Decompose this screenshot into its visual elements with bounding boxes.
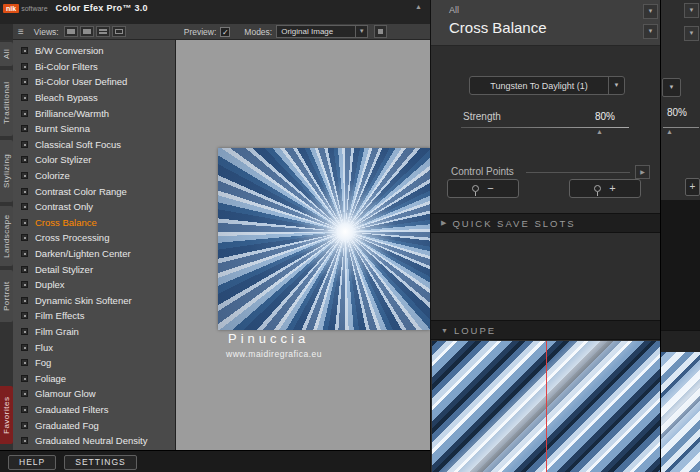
preview-checkbox[interactable]: ✓ (220, 27, 230, 37)
filter-bullet-icon (21, 63, 28, 70)
filter-item[interactable]: Detail Stylizer (13, 261, 175, 277)
preset-dropdown[interactable]: Tungsten To Daylight (1) ▼ (469, 76, 625, 95)
loupe-label: LOUPE (454, 325, 496, 336)
filter-item-selected[interactable]: Cross Balance (13, 215, 175, 231)
filter-item[interactable]: Contrast Only (13, 199, 175, 215)
filter-item[interactable]: Glamour Glow (13, 386, 175, 402)
filter-item[interactable]: Bi-Color User Defined (13, 74, 175, 90)
filter-item[interactable]: Fog (13, 355, 175, 371)
control-points-label: Control Points (451, 166, 514, 177)
chevron-down-icon[interactable]: ▼ (684, 26, 699, 41)
filter-item[interactable]: Colorize (13, 168, 175, 184)
chevron-down-icon: ▼ (608, 77, 624, 94)
filter-bullet-icon (21, 110, 28, 117)
filter-item[interactable]: Color Stylizer (13, 152, 175, 168)
scroll-up-icon[interactable]: ▲ (415, 3, 422, 10)
triangle-down-icon: ▼ (441, 327, 448, 334)
control-point-icon (594, 185, 601, 192)
edge-dark-region (661, 200, 700, 330)
filter-menu-icon[interactable]: ≡ (18, 26, 24, 37)
view-split-vertical-button[interactable] (80, 26, 94, 37)
image-caption-url: www.maidiregrafica.eu (226, 349, 322, 359)
filter-settings-header: All Cross Balance ▼ ▼ (431, 0, 661, 46)
chevron-down-icon[interactable]: ▼ (643, 4, 658, 19)
modes-dropdown[interactable]: Original Image ▼ (276, 25, 368, 38)
control-point-icon (472, 185, 479, 192)
control-points-expand-button[interactable]: ▶ (635, 165, 650, 179)
filter-bullet-icon (21, 359, 28, 366)
edge-slider-thumb: ▲ (666, 128, 673, 135)
view-side-by-side-button[interactable] (112, 26, 126, 37)
preview-image (218, 148, 430, 330)
view-buttons (64, 26, 126, 37)
filter-bullet-icon (21, 172, 28, 179)
filter-bullet-icon (21, 78, 28, 85)
filter-bullet-icon (21, 437, 28, 444)
filter-title: Cross Balance (449, 19, 547, 36)
tab-favorites[interactable]: Favorites (0, 386, 13, 444)
filter-item[interactable]: Bi-Color Filters (13, 59, 175, 75)
nik-logo: nik (3, 4, 19, 13)
filter-item[interactable]: Bleach Bypass (13, 90, 175, 106)
nik-logo-software: software (21, 5, 47, 12)
control-points-divider (526, 172, 630, 173)
filter-category-label: All (449, 5, 459, 15)
filter-item[interactable]: B/W Conversion (13, 43, 175, 59)
tab-all[interactable]: All (0, 42, 13, 66)
filter-item[interactable]: Classical Soft Focus (13, 137, 175, 153)
control-point-minus-button[interactable]: − (447, 179, 519, 198)
strength-value: 80% (595, 111, 615, 122)
help-button[interactable]: HELP (8, 455, 56, 470)
filter-bullet-icon (21, 125, 28, 132)
app-title: Color Efex Pro™ 3.0 (56, 3, 148, 13)
strength-slider-track[interactable] (461, 127, 629, 128)
filter-bullet-icon (21, 422, 28, 429)
footer-bar: HELP SETTINGS (0, 450, 430, 472)
chevron-down-icon[interactable]: ▼ (684, 3, 699, 18)
tab-traditional[interactable]: Traditional (0, 70, 13, 136)
filter-bullet-icon (21, 234, 28, 241)
filter-bullet-icon (21, 156, 28, 163)
filter-item[interactable]: Flux (13, 339, 175, 355)
filter-item[interactable]: Dynamic Skin Softener (13, 293, 175, 309)
view-single-button[interactable] (64, 26, 78, 37)
tab-landscape[interactable]: Landscape (0, 206, 13, 266)
view-split-horizontal-button[interactable] (96, 26, 110, 37)
filter-item[interactable]: Graduated Filters (13, 402, 175, 418)
tab-portrait[interactable]: Portrait (0, 270, 13, 322)
background-color-button[interactable] (374, 25, 387, 38)
quick-save-slots-header[interactable]: ▶ QUICK SAVE SLOTS (431, 213, 661, 233)
loupe-header[interactable]: ▼ LOUPE (431, 320, 661, 340)
tab-stylizing[interactable]: Stylizing (0, 140, 13, 202)
filter-item[interactable]: Duplex (13, 277, 175, 293)
views-label: Views: (34, 27, 59, 37)
edge-control-point-plus-button[interactable]: + (685, 178, 700, 196)
filter-item[interactable]: Film Grain (13, 324, 175, 340)
strength-slider-thumb[interactable]: ▲ (596, 128, 603, 135)
filter-item[interactable]: Cross Processing (13, 230, 175, 246)
filter-item[interactable]: Burnt Sienna (13, 121, 175, 137)
filter-item[interactable]: Contrast Color Range (13, 183, 175, 199)
preset-dropdown-value: Tungsten To Daylight (1) (470, 81, 608, 91)
loupe-indicator-line (546, 341, 547, 472)
filter-item[interactable]: Brilliance/Warmth (13, 105, 175, 121)
filter-item[interactable]: Darken/Lighten Center (13, 246, 175, 262)
title-bar: nik software Color Efex Pro™ 3.0 ▲ (0, 0, 430, 24)
chevron-down-icon[interactable]: ▼ (643, 24, 658, 39)
filter-item[interactable]: Graduated Neutral Density (13, 433, 175, 449)
quick-save-slots-label: QUICK SAVE SLOTS (452, 218, 575, 229)
color-efex-pro-window: nik software Color Efex Pro™ 3.0 ▲ ≡ Vie… (0, 0, 700, 472)
filter-bullet-icon (21, 390, 28, 397)
chevron-down-icon[interactable]: ▼ (662, 78, 681, 97)
edge-section-bar (661, 330, 700, 352)
edge-strength-value: 80% (667, 107, 687, 118)
loupe-image (432, 341, 660, 472)
filter-item[interactable]: Foliage (13, 370, 175, 386)
filter-item[interactable]: Film Effects (13, 308, 175, 324)
category-tabstrip: All Traditional Stylizing Landscape Port… (0, 40, 13, 450)
control-point-plus-button[interactable]: + (569, 179, 641, 198)
image-caption-title: Pinuccia (228, 331, 309, 346)
settings-button[interactable]: SETTINGS (64, 455, 137, 470)
filter-item[interactable]: Graduated Fog (13, 417, 175, 433)
filter-bullet-icon (21, 328, 28, 335)
